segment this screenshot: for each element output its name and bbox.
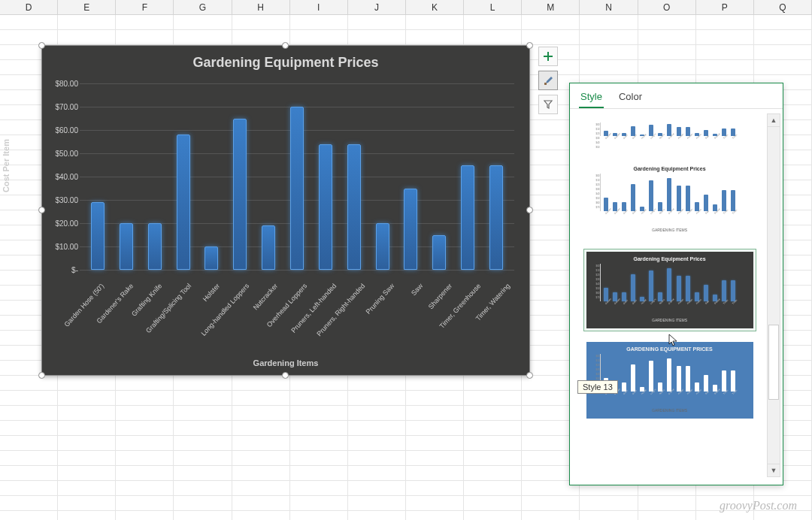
bar[interactable]	[432, 235, 446, 271]
tab-style[interactable]: Style	[579, 88, 604, 108]
y-axis-label[interactable]: Cost Per Item	[2, 139, 11, 192]
watermark-text: groovyPost.com	[720, 499, 797, 512]
col-header[interactable]: I	[290, 0, 348, 14]
resize-handle[interactable]	[526, 207, 533, 213]
bar[interactable]	[233, 119, 247, 271]
col-header[interactable]: E	[58, 0, 116, 14]
resize-handle[interactable]	[38, 42, 45, 49]
bar[interactable]	[120, 223, 133, 270]
plus-icon	[543, 51, 553, 62]
resize-handle[interactable]	[38, 207, 45, 213]
resize-handle[interactable]	[282, 372, 289, 379]
embedded-chart[interactable]: Gardening Equipment Prices Cost Per Item…	[41, 45, 530, 376]
col-header[interactable]: D	[0, 0, 58, 14]
bar[interactable]	[262, 225, 275, 270]
bar[interactable]	[148, 223, 162, 270]
chart-styles-flyout: Style Color $00$10$20$30$40$50$60$70Gard…	[569, 83, 783, 485]
bar[interactable]	[376, 223, 389, 270]
resize-handle[interactable]	[38, 372, 45, 379]
style-thumb[interactable]: $00$10$20$30$40$50$60$70GardenGardenGraf…	[583, 115, 756, 151]
paintbrush-icon	[543, 75, 553, 86]
scroll-up-button[interactable]: ▲	[768, 114, 780, 127]
bar[interactable]	[205, 246, 218, 270]
col-header[interactable]: O	[638, 0, 696, 14]
col-header[interactable]: P	[696, 0, 754, 14]
svg-rect-0	[544, 83, 547, 85]
gallery-scrollbar[interactable]: ▲ ▼	[767, 113, 780, 477]
style-thumb[interactable]: Gardening Equipment Prices$00$10$20$30$4…	[583, 159, 756, 241]
col-header[interactable]: G	[174, 0, 232, 14]
bar[interactable]	[319, 144, 332, 270]
chart-quick-tools	[538, 47, 559, 119]
y-axis: $-$10.00$20.00$30.00$40.00$50.00$60.00$7…	[48, 83, 78, 270]
col-header[interactable]: M	[522, 0, 580, 14]
col-header[interactable]: K	[406, 0, 464, 14]
chart-elements-button[interactable]	[538, 47, 558, 66]
x-axis-labels: Garden Hose (50')Gardener's RakeGrafting…	[80, 279, 514, 346]
style-tooltip: Style 13	[577, 380, 618, 394]
col-header[interactable]: H	[232, 0, 290, 14]
col-header[interactable]: N	[580, 0, 638, 14]
style-thumb[interactable]: Gardening Equipment Prices$00$10$20$30$4…	[583, 249, 756, 331]
column-header-row: D E F G H I J K L M N O P Q	[0, 0, 812, 15]
bar[interactable]	[461, 165, 474, 271]
col-header[interactable]: F	[116, 0, 174, 14]
chart-styles-button[interactable]	[538, 71, 558, 90]
chart-filters-button[interactable]	[538, 95, 558, 114]
scroll-thumb[interactable]	[768, 325, 779, 400]
plot-area[interactable]: $-$10.00$20.00$30.00$40.00$50.00$60.00$7…	[80, 83, 514, 270]
bar-series[interactable]	[80, 83, 514, 270]
tab-color[interactable]: Color	[617, 88, 644, 108]
x-axis-title[interactable]: Gardening Items	[42, 358, 529, 367]
style-gallery[interactable]: $00$10$20$30$40$50$60$70GardenGardenGraf…	[576, 110, 763, 479]
col-header[interactable]: L	[464, 0, 522, 14]
chart-title[interactable]: Gardening Equipment Prices	[42, 46, 529, 77]
bar[interactable]	[347, 144, 361, 270]
col-header[interactable]: Q	[754, 0, 812, 14]
bar[interactable]	[91, 202, 105, 270]
resize-handle[interactable]	[526, 42, 533, 49]
bar[interactable]	[404, 189, 417, 271]
bar[interactable]	[489, 165, 503, 271]
funnel-icon	[543, 99, 553, 110]
flyout-tabs: Style Color	[570, 83, 783, 109]
bar[interactable]	[177, 135, 190, 270]
resize-handle[interactable]	[526, 372, 533, 379]
col-header[interactable]: J	[348, 0, 406, 14]
bar[interactable]	[290, 107, 304, 270]
scroll-down-button[interactable]: ▼	[768, 464, 780, 476]
resize-handle[interactable]	[282, 42, 289, 49]
